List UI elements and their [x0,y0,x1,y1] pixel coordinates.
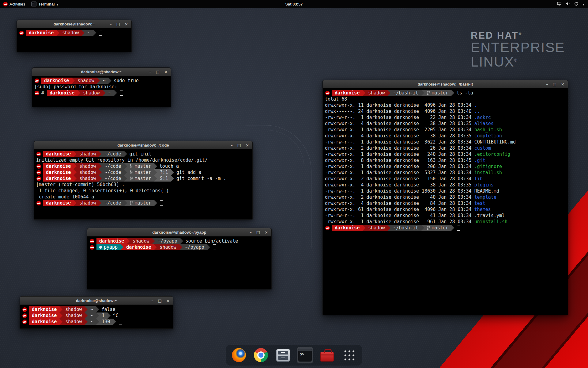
dock-item-firefox[interactable] [231,347,247,363]
prompt-segment: shadow [130,238,152,244]
powerline-arrow-icon [421,90,424,96]
terminal-cursor [213,244,216,250]
terminal-text: drwxrwxr-x. 2 darknoise darknoise 150 Ja… [325,176,474,182]
powerline-arrow-icon [152,238,155,244]
git-branch-segment: master [424,225,451,231]
clock[interactable]: Sat 03:57 [285,2,303,6]
terminal-body[interactable]: darknoiseshadow~ [17,28,131,37]
registered-mark: ® [518,32,522,36]
minimize-button[interactable]: – [110,22,112,26]
maximize-button[interactable]: □ [237,143,241,147]
window-titlebar[interactable]: darknoise@shadow:~ – □ × [32,68,171,76]
dock-item-terminal[interactable]: $> [297,347,313,363]
minimize-button[interactable]: – [250,230,252,234]
prompt-segment: 130 [99,319,113,325]
dock-item-software[interactable] [319,347,335,363]
powerline-arrow-icon [171,175,174,182]
dock-item-show-applications[interactable] [341,347,357,363]
terminal-text: drwxrwxr-x. 11 darknoise darknoise 4096 … [325,102,474,108]
powerline-arrow-icon [362,225,365,231]
power-icon [574,1,579,7]
terminal-line: drwx------. 24 darknoise darknoise 4096 … [325,108,566,114]
powerline-arrow-icon [85,306,88,312]
powerline-arrow-icon [59,306,62,312]
window-titlebar[interactable]: darknoise@shadow:~ – □ × [17,20,131,28]
activities-button[interactable]: Activities [0,0,28,8]
window-title: darknoise@shadow:~ [81,70,122,74]
terminal-text: drwxrwxr-x. 2 darknoise darknoise 40 Jan… [325,194,474,200]
terminal-text: -rwxrwxr-x. 1 darknoise darknoise 961 Ja… [325,219,474,225]
terminal-line: 1 file changed, 0 insertions(+), 0 delet… [36,188,250,194]
prompt-segment: ~/code [102,169,124,175]
close-button[interactable]: × [265,230,268,234]
terminal-cursor [119,319,122,324]
powerline-arrow-icon [107,312,111,319]
redhat-logo-icon [19,31,24,35]
window-titlebar[interactable]: darknoise@shadow:~/bash-it – □ × [323,80,568,88]
terminal-icon [31,2,36,6]
prompt-segment: ~/bash-it [390,90,421,96]
terminal-body[interactable]: darknoiseshadow~/pyappsource bin/activat… [87,236,271,252]
redhat-logo-icon [325,91,330,95]
system-status-menu[interactable] [557,0,588,8]
minimize-button[interactable]: – [149,70,151,74]
maximize-button[interactable]: □ [158,299,162,303]
terminal-text: themes [474,206,491,213]
minimize-button[interactable]: – [546,82,548,86]
files-icon [276,349,290,362]
window-titlebar[interactable]: darknoise@shadow:~/code – □ × [34,141,252,149]
close-button[interactable]: × [246,143,249,147]
close-button[interactable]: × [125,22,128,26]
terminal-body[interactable]: darknoiseshadow~/codegit initInitialized… [34,149,252,208]
prompt-segment: shadow [365,90,387,96]
redhat-logo-icon [325,226,330,230]
window-titlebar[interactable]: darknoise@shadow:~ – □ × [20,297,173,305]
terminal-line: total 68 [325,96,566,102]
powerline-arrow-icon [387,90,390,96]
terminal-line: Initialized empty Git repository in /hom… [36,157,250,163]
redhat-logo-icon [3,2,8,6]
terminal-text: .travis.yml [474,213,505,219]
prompt-segment: shadow [62,306,85,312]
powerline-arrow-icon [72,78,75,84]
terminal-text: drwxrwxr-x. 2 darknoise darknoise 26 Jan… [325,145,474,151]
redhat-logo-icon [36,176,41,181]
brand-line-enterprise: ENTERPRISE [471,40,565,55]
close-button[interactable]: × [166,299,170,303]
terminal-body[interactable]: darknoiseshadow~/bash-itmasterls -latota… [323,88,568,232]
maximize-button[interactable]: □ [256,230,260,234]
terminal-text: uninstall.sh [474,219,507,225]
app-menu-terminal[interactable]: Terminal [28,0,61,8]
powerline-arrow-icon [93,30,96,36]
powerline-arrow-icon [124,200,127,206]
command-text: git add a [176,169,201,175]
dock-item-files[interactable] [275,347,291,363]
terminal-line: darknoiseshadow~130 [22,319,171,325]
terminal-body[interactable]: darknoiseshadow~sudo true[sudo] password… [32,76,171,98]
prompt-segment: darknoise [43,175,74,182]
powerline-arrow-icon [81,30,85,36]
minimize-button[interactable]: – [231,143,233,147]
registered-mark: ® [514,58,518,63]
redhat-logo-icon [36,152,41,156]
prompt-segment: ~/pyapp [155,238,180,244]
terminal-line: -rw-rw-r--. 1 darknoise darknoise 3622 J… [325,139,566,145]
close-button[interactable]: × [164,70,168,74]
terminal-line: [master (root-commit) 50bcb63] . [36,182,250,188]
window-titlebar[interactable]: darknoise@shadow:~/pyapp – □ × [87,228,271,236]
powerline-arrow-icon [171,169,174,175]
maximize-button[interactable]: □ [116,22,120,26]
powerline-arrow-icon [124,169,127,175]
maximize-button[interactable]: □ [156,70,160,74]
powerline-arrow-icon [127,238,130,244]
dock-item-chrome[interactable] [253,347,269,363]
minimize-button[interactable]: – [151,299,153,303]
window-title: darknoise@shadow:~/bash-it [418,82,473,86]
firefox-icon [232,348,246,362]
powerline-arrow-icon [59,319,62,325]
powerline-arrow-icon [56,30,59,36]
maximize-button[interactable]: □ [553,82,556,86]
terminal-body[interactable]: darknoiseshadow~falsedarknoiseshadow~1^C… [20,305,173,326]
close-button[interactable]: × [561,82,564,86]
powerline-arrow-icon [154,169,157,175]
